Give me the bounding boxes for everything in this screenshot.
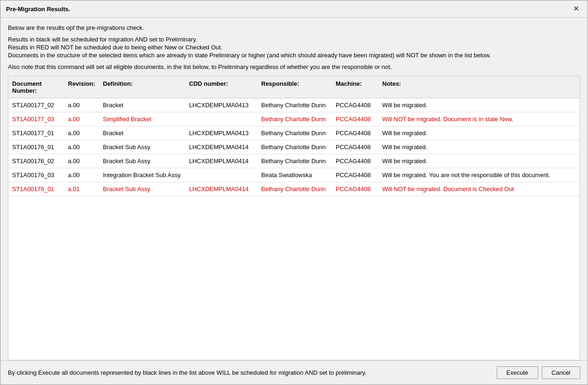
cell-notes: Will be migrated. bbox=[378, 154, 580, 168]
table-row: ST1A00176_03a.00Integration Bracket Sub … bbox=[8, 168, 580, 182]
cell-revision: a.00 bbox=[64, 168, 99, 182]
content-area: Below are the results opf the pre-migrat… bbox=[0, 18, 588, 360]
cell-notes: Will be migrated. bbox=[378, 98, 580, 112]
results-table-container[interactable]: Document Number: Revision: Definition: C… bbox=[8, 76, 580, 360]
table-row: ST1A00177_01a.00BracketLHCXDEMPLMA0413Be… bbox=[8, 126, 580, 140]
cell-definition: Bracket Sub Assy bbox=[99, 140, 185, 154]
table-header-row: Document Number: Revision: Definition: C… bbox=[8, 76, 580, 98]
table-row: ST1A00176_02a.00Bracket Sub AssyLHCXDEMP… bbox=[8, 154, 580, 168]
cell-machine: PCCAG4408 bbox=[332, 182, 378, 196]
cell-cdd_number: LHCXDEMPLMA0414 bbox=[185, 154, 257, 168]
results-table: Document Number: Revision: Definition: C… bbox=[8, 76, 580, 196]
cell-doc_number: ST1A00176_01 bbox=[8, 140, 64, 154]
cell-definition: Bracket bbox=[99, 126, 185, 140]
cell-doc_number: ST1A00176_01 bbox=[8, 182, 64, 196]
cell-responsible: Bethany Charlotte Dunn bbox=[257, 140, 332, 154]
header-machine: Machine: bbox=[332, 76, 378, 98]
header-responsible: Responsible: bbox=[257, 76, 332, 98]
cell-cdd_number bbox=[185, 168, 257, 182]
table-row: ST1A00177_03a.00Simplified BracketBethan… bbox=[8, 112, 580, 126]
table-row: ST1A00176_01a.00Bracket Sub AssyLHCXDEMP… bbox=[8, 140, 580, 154]
cell-definition: Bracket bbox=[99, 98, 185, 112]
header-doc-number: Document Number: bbox=[8, 76, 64, 98]
cell-machine: PCCAG4408 bbox=[332, 140, 378, 154]
cell-responsible: Bethany Charlotte Dunn bbox=[257, 112, 332, 126]
cell-responsible: Bethany Charlotte Dunn bbox=[257, 182, 332, 196]
cell-cdd_number: LHCXDEMPLMA0413 bbox=[185, 98, 257, 112]
cell-cdd_number: LHCXDEMPLMA0414 bbox=[185, 182, 257, 196]
footer-text: By clicking Execute all documents repres… bbox=[8, 369, 366, 376]
dialog: Pre-Migration Results. ✕ Below are the r… bbox=[0, 0, 588, 385]
table-row: ST1A00176_01a.01Bracket Sub AssyLHCXDEMP… bbox=[8, 182, 580, 196]
header-definition: Definition: bbox=[99, 76, 185, 98]
footer: By clicking Execute all documents repres… bbox=[0, 360, 588, 385]
cell-notes: Will be migrated. bbox=[378, 126, 580, 140]
cell-revision: a.00 bbox=[64, 98, 99, 112]
cell-responsible: Bethany Charlotte Dunn bbox=[257, 126, 332, 140]
cell-doc_number: ST1A00177_02 bbox=[8, 98, 64, 112]
cell-doc_number: ST1A00177_01 bbox=[8, 126, 64, 140]
dialog-title: Pre-Migration Results. bbox=[6, 6, 70, 13]
header-revision: Revision: bbox=[64, 76, 99, 98]
info-line-4: Documents in the structure of the select… bbox=[8, 52, 580, 59]
cell-definition: Bracket Sub Assy bbox=[99, 182, 185, 196]
close-button[interactable]: ✕ bbox=[570, 4, 582, 14]
cell-notes: Will be migrated. bbox=[378, 140, 580, 154]
execute-button[interactable]: Execute bbox=[497, 366, 538, 379]
cell-machine: PCCAG4408 bbox=[332, 168, 378, 182]
info-section: Below are the results opf the pre-migrat… bbox=[0, 18, 588, 76]
header-cdd-number: CDD number: bbox=[185, 76, 257, 98]
cell-responsible: Beata Swiatlowska bbox=[257, 168, 332, 182]
cell-cdd_number: LHCXDEMPLMA0414 bbox=[185, 140, 257, 154]
cell-responsible: Bethany Charlotte Dunn bbox=[257, 98, 332, 112]
table-row: ST1A00177_02a.00BracketLHCXDEMPLMA0413Be… bbox=[8, 98, 580, 112]
cell-notes: Will NOT be migrated. Document is in sta… bbox=[378, 112, 580, 126]
cell-notes: Will NOT be migrated. Document is Checke… bbox=[378, 182, 580, 196]
info-line-5: Also note that this command will set all… bbox=[8, 63, 580, 70]
cell-definition: Bracket Sub Assy bbox=[99, 154, 185, 168]
cell-machine: PCCAG4408 bbox=[332, 112, 378, 126]
cell-machine: PCCAG4408 bbox=[332, 154, 378, 168]
cell-revision: a.00 bbox=[64, 140, 99, 154]
footer-buttons: Execute Cancel bbox=[497, 366, 580, 379]
cell-revision: a.00 bbox=[64, 154, 99, 168]
cell-cdd_number: LHCXDEMPLMA0413 bbox=[185, 126, 257, 140]
cell-machine: PCCAG4408 bbox=[332, 98, 378, 112]
info-line-2: Results in black will be scheduled for m… bbox=[8, 36, 580, 43]
cell-cdd_number bbox=[185, 112, 257, 126]
cell-definition: Simplified Bracket bbox=[99, 112, 185, 126]
cell-doc_number: ST1A00177_03 bbox=[8, 112, 64, 126]
cell-doc_number: ST1A00176_03 bbox=[8, 168, 64, 182]
header-notes: Notes: bbox=[378, 76, 580, 98]
cancel-button[interactable]: Cancel bbox=[542, 366, 580, 379]
title-bar: Pre-Migration Results. ✕ bbox=[0, 0, 588, 18]
cell-revision: a.00 bbox=[64, 126, 99, 140]
cell-doc_number: ST1A00176_02 bbox=[8, 154, 64, 168]
cell-machine: PCCAG4408 bbox=[332, 126, 378, 140]
cell-definition: Integration Bracket Sub Assy bbox=[99, 168, 185, 182]
info-line-3: Results in RED will NOT be scheduled due… bbox=[8, 44, 580, 51]
cell-responsible: Bethany Charlotte Dunn bbox=[257, 154, 332, 168]
cell-revision: a.01 bbox=[64, 182, 99, 196]
cell-notes: Will be migrated. You are not the respon… bbox=[378, 168, 580, 182]
info-line-1: Below are the results opf the pre-migrat… bbox=[8, 24, 580, 31]
cell-revision: a.00 bbox=[64, 112, 99, 126]
